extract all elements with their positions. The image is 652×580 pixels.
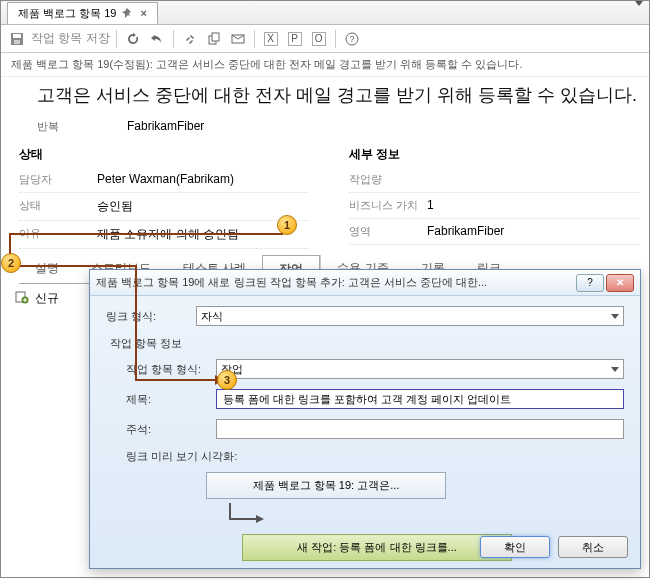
area-value[interactable]: FabrikamFiber: [427, 224, 504, 239]
callout-3: 3: [217, 370, 237, 390]
cancel-button[interactable]: 취소: [558, 536, 628, 558]
bizval-value[interactable]: 1: [427, 198, 434, 213]
undo-icon[interactable]: [147, 29, 167, 49]
assigned-value[interactable]: Peter Waxman(Fabrikam): [97, 172, 234, 187]
state-heading: 상태: [19, 140, 309, 167]
toolbar: 작업 항목 저장 X P O ?: [1, 25, 649, 53]
title-label: 제목:: [126, 392, 216, 407]
p-box-icon[interactable]: P: [285, 29, 305, 49]
breadcrumb: 제품 백로그 항목 19(수정됨): 고객은 서비스 중단에 대한 전자 메일 …: [1, 53, 649, 77]
o-box-icon[interactable]: O: [309, 29, 329, 49]
document-tab[interactable]: 제품 백로그 항목 19 ×: [7, 2, 158, 24]
dialog-title: 제품 백로그 항목 19에 새로 링크된 작업 항목 추가: 고객은 서비스 중…: [96, 275, 574, 290]
dialog-help-button[interactable]: ?: [576, 274, 604, 292]
mail-icon[interactable]: [228, 29, 248, 49]
add-link-dialog: 제품 백로그 항목 19에 새로 링크된 작업 항목 추가: 고객은 서비스 중…: [89, 269, 641, 569]
comment-input[interactable]: [216, 419, 624, 439]
wit-label: 작업 항목 형식:: [126, 362, 216, 377]
close-icon[interactable]: ×: [140, 7, 146, 19]
iteration-value[interactable]: FabrikamFiber: [127, 119, 204, 134]
callout-1: 1: [277, 215, 297, 235]
svg-text:?: ?: [349, 34, 354, 44]
ok-button[interactable]: 확인: [480, 536, 550, 558]
tab-description[interactable]: 설명: [19, 255, 75, 283]
help-icon[interactable]: ?: [342, 29, 362, 49]
new-item-button[interactable]: 신규: [15, 290, 59, 307]
svg-rect-2: [14, 40, 20, 44]
svg-rect-4: [212, 33, 219, 41]
area-label: 영역: [349, 224, 427, 239]
pin-icon[interactable]: [122, 7, 134, 19]
preview-child: 새 작업: 등록 폼에 대한 링크를...: [242, 534, 512, 561]
preview-parent: 제품 백로그 항목 19: 고객은...: [206, 472, 446, 499]
preview-label: 링크 미리 보기 시각화:: [126, 449, 624, 464]
wit-dropdown[interactable]: 작업: [216, 359, 624, 379]
new-item-label: 신규: [35, 290, 59, 307]
link-icon[interactable]: [180, 29, 200, 49]
state-label: 상태: [19, 198, 97, 215]
bizval-label: 비즈니스 가치: [349, 198, 427, 213]
state-value[interactable]: 승인됨: [97, 198, 133, 215]
link-type-value: 자식: [201, 309, 223, 324]
tab-title: 제품 백로그 항목 19: [18, 6, 116, 21]
callout-2: 2: [1, 253, 21, 273]
work-item-section-label: 작업 항목 정보: [110, 336, 624, 351]
preview-arrow-icon: [226, 503, 584, 530]
page-title[interactable]: 고객은 서비스 중단에 대한 전자 메일 경고를 받기 위해 등록할 수 있습니…: [1, 77, 649, 117]
tabstrip: 제품 백로그 항목 19 ×: [1, 1, 649, 25]
details-heading: 세부 정보: [349, 140, 639, 167]
save-icon[interactable]: [7, 29, 27, 49]
tabstrip-dropdown[interactable]: [629, 6, 649, 20]
refresh-icon[interactable]: [123, 29, 143, 49]
new-item-icon: [15, 290, 29, 307]
chevron-down-icon: [611, 367, 619, 372]
link-type-dropdown[interactable]: 자식: [196, 306, 624, 326]
iteration-label: 반복: [37, 119, 127, 134]
assigned-label: 담당자: [19, 172, 97, 187]
save-label: 작업 항목 저장: [31, 30, 110, 47]
copy-icon[interactable]: [204, 29, 224, 49]
chevron-down-icon: [611, 314, 619, 319]
link-type-label: 링크 형식:: [106, 309, 196, 324]
comment-label: 주석:: [126, 422, 216, 437]
svg-rect-1: [13, 34, 21, 38]
title-input[interactable]: [216, 389, 624, 409]
dialog-close-button[interactable]: ✕: [606, 274, 634, 292]
effort-label: 작업량: [349, 172, 427, 187]
x-box-icon[interactable]: X: [261, 29, 281, 49]
